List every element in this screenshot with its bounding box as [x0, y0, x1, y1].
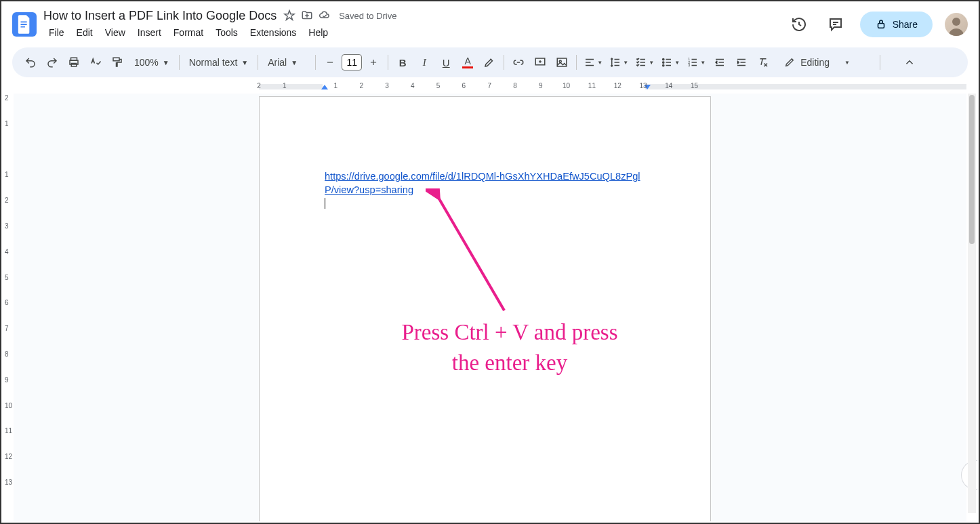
print-button[interactable]: [64, 52, 84, 73]
add-comment-button[interactable]: [530, 52, 550, 73]
underline-button[interactable]: U: [436, 52, 456, 73]
separator: [388, 55, 388, 70]
caret-down-icon: ▼: [291, 59, 298, 66]
bold-button[interactable]: B: [392, 52, 413, 73]
docs-logo-icon[interactable]: [12, 12, 37, 37]
separator: [880, 55, 880, 70]
decrease-indent-button[interactable]: [710, 52, 730, 73]
svg-rect-5: [113, 58, 119, 61]
avatar[interactable]: [945, 13, 968, 36]
insert-image-button[interactable]: [552, 52, 572, 73]
checklist-button[interactable]: ▼: [632, 52, 657, 73]
increase-font-button[interactable]: [363, 52, 384, 73]
spellcheck-button[interactable]: [85, 52, 106, 73]
document-page[interactable]: https://drive.google.com/file/d/1lRDQMl-…: [259, 96, 711, 521]
separator: [504, 55, 504, 70]
menu-tools[interactable]: Tools: [210, 24, 243, 41]
editing-mode-button[interactable]: Editing ▼: [775, 53, 859, 72]
separator: [576, 55, 577, 70]
menu-extensions[interactable]: Extensions: [245, 24, 302, 41]
text-cursor: [325, 198, 325, 209]
title-area: How to Insert a PDF Link Into Google Doc…: [43, 9, 787, 41]
menu-file[interactable]: File: [43, 24, 70, 41]
vertical-scrollbar[interactable]: [968, 94, 976, 513]
highlight-button[interactable]: [479, 52, 499, 73]
numbered-list-button[interactable]: 123▼: [684, 52, 708, 73]
increase-indent-button[interactable]: [731, 52, 752, 73]
caret-down-icon: ▼: [623, 60, 628, 66]
menu-edit[interactable]: Edit: [71, 24, 98, 41]
svg-point-11: [663, 64, 664, 66]
undo-button[interactable]: [20, 52, 41, 73]
svg-text:3: 3: [688, 63, 690, 67]
header: How to Insert a PDF Link Into Google Doc…: [1, 1, 979, 42]
horizontal-ruler[interactable]: 21123456789101112131415: [259, 81, 966, 92]
svg-rect-0: [878, 24, 884, 28]
svg-point-10: [663, 62, 664, 63]
move-icon[interactable]: [301, 9, 313, 22]
caret-down-icon: ▼: [649, 60, 654, 66]
caret-down-icon: ▼: [700, 60, 706, 66]
pasted-link[interactable]: https://drive.google.com/file/d/1lRDQMl-…: [325, 171, 640, 195]
share-label: Share: [893, 19, 918, 30]
caret-down-icon: ▼: [674, 60, 680, 66]
caret-down-icon: ▼: [597, 60, 603, 66]
history-icon[interactable]: [787, 12, 811, 37]
decrease-font-button[interactable]: [320, 52, 340, 73]
saved-status: Saved to Drive: [339, 11, 396, 21]
document-title[interactable]: How to Insert a PDF Link Into Google Doc…: [43, 9, 277, 23]
vertical-ruler[interactable]: 2112345678910111213: [1, 94, 14, 521]
toolbar: 100%▼ Normal text▼ Arial▼ B I U A ▼ ▼ ▼ …: [12, 47, 968, 77]
redo-button[interactable]: [42, 52, 62, 73]
svg-rect-7: [557, 58, 567, 66]
caret-down-icon: ▼: [163, 59, 169, 66]
clear-formatting-button[interactable]: [753, 52, 773, 73]
paragraph-style-select[interactable]: Normal text▼: [184, 57, 253, 68]
font-select[interactable]: Arial▼: [262, 57, 311, 68]
zoom-select[interactable]: 100%▼: [129, 57, 175, 68]
line-spacing-button[interactable]: ▼: [607, 52, 631, 73]
align-button[interactable]: ▼: [581, 52, 605, 73]
italic-button[interactable]: I: [414, 52, 434, 73]
menu-insert[interactable]: Insert: [132, 24, 167, 41]
cloud-saved-icon[interactable]: [319, 9, 331, 22]
comment-icon[interactable]: [823, 12, 848, 37]
separator: [315, 55, 316, 70]
menu-view[interactable]: View: [100, 24, 131, 41]
star-icon[interactable]: [283, 9, 295, 22]
separator: [179, 55, 180, 70]
svg-point-1: [952, 18, 960, 26]
text-color-button[interactable]: A: [457, 52, 478, 73]
caret-down-icon: ▼: [844, 60, 850, 66]
paint-format-button[interactable]: [107, 52, 127, 73]
menu-help[interactable]: Help: [303, 24, 333, 41]
bulleted-list-button[interactable]: ▼: [658, 52, 682, 73]
hide-menus-button[interactable]: [901, 54, 918, 71]
font-size-input[interactable]: [342, 54, 362, 70]
share-button[interactable]: Share: [860, 12, 933, 37]
scrollbar-thumb[interactable]: [969, 95, 975, 244]
menu-format[interactable]: Format: [168, 24, 209, 41]
caret-down-icon: ▼: [241, 59, 248, 66]
insert-link-button[interactable]: [508, 52, 529, 73]
document-canvas[interactable]: https://drive.google.com/file/d/1lRDQMl-…: [14, 94, 966, 521]
separator: [258, 55, 258, 70]
menu-bar: File Edit View Insert Format Tools Exten…: [43, 24, 787, 41]
svg-point-9: [663, 58, 664, 60]
